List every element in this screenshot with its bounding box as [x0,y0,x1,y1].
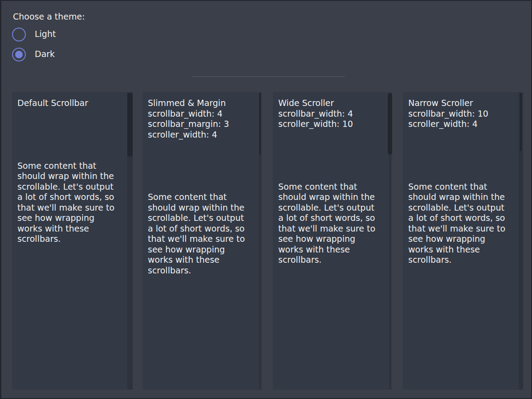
scrollbar-thumb[interactable] [388,93,392,155]
radio-label-light: Light [35,29,56,40]
radio-option-dark[interactable]: Dark [12,47,55,61]
divider [191,76,345,77]
theme-chooser-label: Choose a theme: [13,12,85,22]
panel-params: scrollbar_width: 10 scroller_width: 4 [408,109,521,130]
panel-content: Some content that should wrap within the… [148,192,260,276]
scrollbar-thumb[interactable] [520,93,522,151]
panel-text: Slimmed & Margin scrollbar_width: 4 scro… [142,92,260,276]
panel-params: scrollbar_width: 4 scroller_width: 10 [278,109,391,130]
panel-params: scrollbar_width: 4 scrollbar_margin: 3 s… [148,109,260,140]
radio-circle-icon [12,28,26,41]
scrollbar-thumb[interactable] [259,93,261,155]
scrollable-panel-slimmed-margin[interactable]: Slimmed & Margin scrollbar_width: 4 scro… [142,92,262,390]
radio-option-light[interactable]: Light [12,27,56,41]
panel-title: Wide Scroller [278,98,391,109]
radio-label-dark: Dark [35,49,55,60]
panel-text: Narrow Scroller scrollbar_width: 10 scro… [403,92,521,265]
panel-content: Some content that should wrap within the… [408,182,521,265]
scrollbar-thumb[interactable] [127,93,133,156]
scrollable-panel-narrow-scroller[interactable]: Narrow Scroller scrollbar_width: 10 scro… [403,92,523,390]
panel-text: Default Scrollbar Some content that shou… [12,92,130,244]
panel-title: Narrow Scroller [408,98,521,109]
panel-title: Slimmed & Margin [148,98,260,109]
scrollable-panel-default[interactable]: Default Scrollbar Some content that shou… [12,92,133,390]
panel-text: Wide Scroller scrollbar_width: 4 scrolle… [273,92,391,265]
radio-dot-icon [15,31,23,38]
radio-circle-icon [12,48,26,61]
radio-dot-icon [15,51,23,58]
panel-content: Some content that should wrap within the… [278,182,391,265]
scrollable-panel-wide-scroller[interactable]: Wide Scroller scrollbar_width: 4 scrolle… [273,92,392,390]
panel-content: Some content that should wrap within the… [17,161,130,244]
panel-title: Default Scrollbar [17,98,130,109]
